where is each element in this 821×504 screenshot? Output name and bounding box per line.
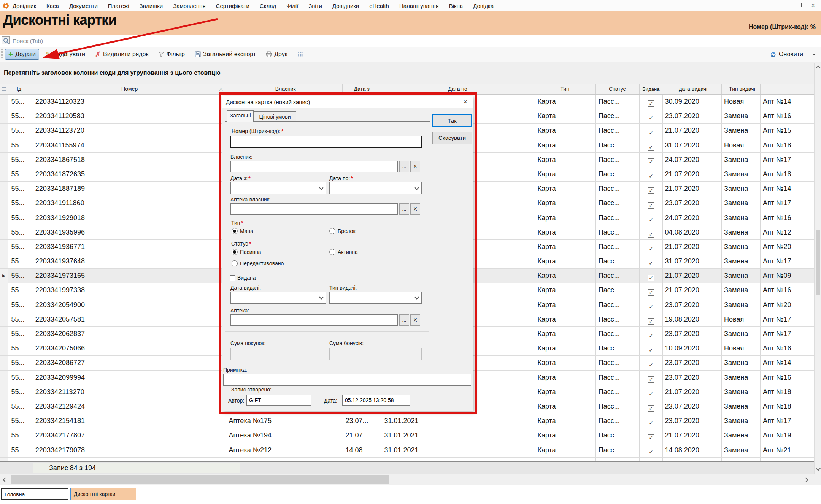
date-to-combo[interactable] — [329, 182, 422, 194]
cell-id[interactable]: 55... — [8, 225, 30, 239]
cell-id[interactable]: 55... — [8, 240, 30, 254]
cell-issue-type[interactable]: Замена — [722, 414, 761, 428]
cell-pharmacy[interactable]: Апт №16 — [761, 211, 814, 225]
cell-issue-type[interactable]: Новая — [722, 341, 761, 355]
cell-issued[interactable] — [640, 211, 662, 225]
menu-item-8[interactable]: Склад — [260, 3, 276, 9]
cell-issue-type[interactable]: Замена — [722, 283, 761, 297]
cell-status[interactable]: Пасс... — [596, 240, 640, 254]
cell-issue-date[interactable]: 21.07.2020 — [663, 182, 722, 196]
cell-pharmacy[interactable]: Апт №18 — [761, 167, 814, 181]
cell-issued[interactable] — [640, 95, 662, 109]
cell-issue-type[interactable]: Замена — [722, 443, 761, 457]
edit-button[interactable]: ✎ Редагувати — [42, 49, 89, 60]
cell-number[interactable]: 2203342177807 — [30, 428, 224, 442]
cell-type[interactable]: Карта — [534, 167, 595, 181]
cell-issue-date[interactable]: 14.08.2020 — [663, 443, 722, 457]
ok-button[interactable]: Так — [432, 114, 472, 127]
cell-issue-type[interactable]: Замена — [722, 124, 761, 138]
issued-checkbox[interactable] — [648, 391, 654, 397]
cell-status[interactable]: Пасс... — [596, 211, 640, 225]
export-button[interactable]: Загальний експорт — [191, 49, 259, 60]
pharmacy-input[interactable] — [230, 314, 398, 326]
issued-checkbox[interactable] — [648, 115, 654, 121]
cell-status[interactable]: Пасс... — [596, 182, 640, 196]
cell-date-from[interactable]: 14.08... — [342, 443, 381, 457]
cell-id[interactable]: 55... — [8, 182, 30, 196]
cell-issued[interactable] — [640, 312, 662, 326]
cell-pharmacy[interactable]: Апт №21 — [761, 443, 814, 457]
cell-number[interactable]: 2203341120583 — [30, 109, 224, 123]
cell-issue-date[interactable]: 04.08.2020 — [663, 225, 722, 239]
cell-issue-type[interactable]: Новая — [722, 312, 761, 326]
issued-checkbox[interactable] — [648, 347, 654, 353]
cell-number[interactable]: 2203341867518 — [30, 153, 224, 167]
cell-issue-date[interactable]: 21.07.2020 — [663, 167, 722, 181]
issued-checkbox[interactable] — [648, 246, 654, 252]
cell-issue-date[interactable]: 23.07.2020 — [663, 109, 722, 123]
cell-date-to[interactable]: 31.01.2021 — [381, 443, 535, 457]
cell-issue-type[interactable]: Новая — [722, 138, 761, 152]
cell-issue-date[interactable]: 23.07.2020 — [663, 196, 722, 210]
cell-issue-date[interactable]: 23.07.2020 — [663, 327, 722, 341]
issued-checkbox[interactable] — [648, 260, 654, 266]
cell-date-to[interactable]: 31.01.2021 — [381, 458, 535, 461]
cell-issued[interactable] — [640, 240, 662, 254]
cell-pharmacy[interactable]: Апт №14 — [761, 356, 814, 370]
cell-type[interactable]: Карта — [534, 443, 595, 457]
cell-date-to[interactable]: 31.01.2021 — [381, 428, 535, 442]
column-chooser-button[interactable] — [294, 50, 306, 59]
cell-status[interactable]: Пасс... — [596, 109, 640, 123]
cell-issue-date[interactable]: 31.07.2020 — [663, 254, 722, 268]
cell-type[interactable]: Карта — [534, 211, 595, 225]
tab-discount-cards[interactable]: Дисконтні картки — [70, 488, 136, 500]
cell-issued[interactable] — [640, 327, 662, 341]
cell-date-to[interactable]: 31.01.2021 — [381, 414, 535, 428]
cell-issue-type[interactable]: Замена — [722, 240, 761, 254]
menu-item-15[interactable]: Довідка — [473, 3, 494, 9]
cell-issue-type[interactable]: Замена — [722, 371, 761, 385]
print-button[interactable]: Друк — [262, 49, 291, 60]
cell-id[interactable]: 55... — [8, 167, 30, 181]
tab-home[interactable]: Головна — [1, 488, 68, 500]
cell-issued[interactable] — [640, 109, 662, 123]
cell-type[interactable]: Карта — [534, 341, 595, 355]
cell-issue-date[interactable]: 09.09.2020 — [663, 458, 722, 461]
horizontal-scroll-thumb[interactable] — [11, 475, 389, 484]
column-header-issued[interactable]: Видана — [640, 84, 662, 94]
cell-type[interactable]: Карта — [534, 109, 595, 123]
cell-status[interactable]: Пасс... — [596, 196, 640, 210]
cell-status[interactable]: Пасс... — [596, 225, 640, 239]
issued-checkbox[interactable] — [648, 173, 654, 179]
column-header-status[interactable]: Статус — [596, 84, 640, 94]
cell-issued[interactable] — [640, 182, 662, 196]
issued-checkbox-label[interactable]: Видана — [228, 275, 257, 281]
cell-type[interactable]: Карта — [534, 399, 595, 414]
author-input[interactable] — [246, 395, 311, 406]
menu-item-2[interactable]: Каса — [46, 3, 59, 9]
issued-checkbox[interactable] — [648, 275, 654, 281]
cell-pharmacy[interactable]: Апт №17 — [761, 153, 814, 167]
issued-checkbox[interactable] — [648, 144, 654, 151]
cell-id[interactable]: 55... — [8, 371, 30, 385]
cell-issued[interactable] — [640, 443, 662, 457]
cell-status[interactable]: Пасс... — [596, 356, 640, 370]
cell-issue-date[interactable]: 23.07.2020 — [663, 414, 722, 428]
cell-type[interactable]: Карта — [534, 182, 595, 196]
delete-row-button[interactable]: ✗ Видалити рядок — [92, 48, 152, 60]
cell-type[interactable]: Карта — [534, 254, 595, 268]
cell-issue-date[interactable]: 19.08.2020 — [663, 312, 722, 326]
cell-pharmacy[interactable]: Апт №12 — [761, 225, 814, 239]
cell-number[interactable]: 2203341973165 — [30, 269, 224, 283]
menu-item-4[interactable]: Платежі — [108, 3, 129, 9]
cell-status[interactable]: Пасс... — [596, 254, 640, 268]
cell-pharmacy[interactable]: Апт №14 — [761, 95, 814, 109]
cell-pharmacy[interactable]: Апт №17 — [761, 254, 814, 268]
cell-pharmacy[interactable]: Апт №18 — [761, 385, 814, 399]
cell-number[interactable]: 2203341935996 — [30, 225, 224, 239]
issued-checkbox[interactable] — [648, 100, 654, 107]
cell-id[interactable]: 55... — [8, 298, 30, 312]
cell-owner[interactable]: Аптека №208 — [224, 458, 343, 461]
cell-type[interactable]: Карта — [534, 356, 595, 370]
menu-item-1[interactable]: Довідник — [13, 3, 36, 9]
